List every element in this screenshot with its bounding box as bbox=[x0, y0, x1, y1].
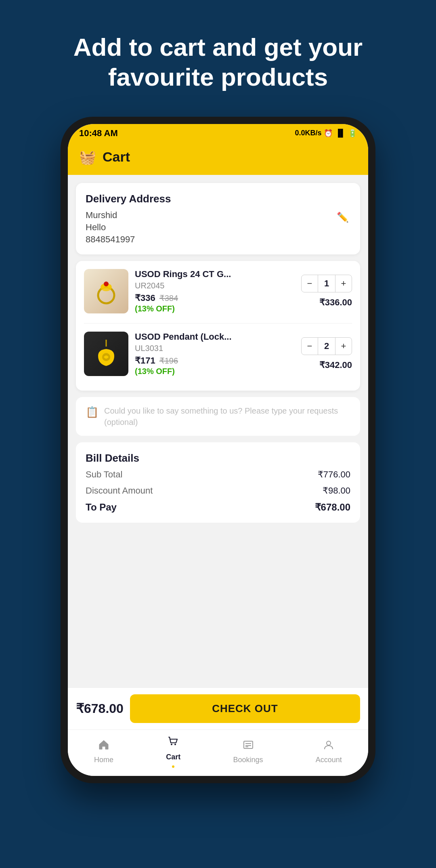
product-info-1: USOD Rings 24 CT G... UR2045 ₹336 ₹384 (… bbox=[135, 269, 295, 313]
svg-point-7 bbox=[171, 744, 172, 745]
discount-value: ₹98.00 bbox=[323, 485, 350, 496]
hero-text: Add to cart and get your favourite produ… bbox=[0, 32, 436, 92]
bookings-icon bbox=[243, 739, 254, 753]
clipboard-icon: 📋 bbox=[86, 406, 99, 418]
address-details: Murshid Hello 8848541997 bbox=[86, 210, 335, 245]
header-title: Cart bbox=[103, 149, 130, 165]
price-current-2: ₹171 bbox=[135, 355, 155, 366]
item-total-1: ₹336.00 bbox=[319, 297, 352, 308]
address-name: Murshid bbox=[86, 210, 335, 221]
qty-increase-1[interactable]: + bbox=[335, 275, 352, 292]
product-price-row-1: ₹336 ₹384 bbox=[135, 293, 295, 303]
delivery-address-title: Delivery Address bbox=[86, 193, 350, 205]
product-name-1: USOD Rings 24 CT G... bbox=[135, 269, 295, 280]
edit-address-button[interactable]: ✏️ bbox=[335, 210, 350, 225]
product-image-ring bbox=[84, 269, 128, 313]
cart-icon bbox=[167, 736, 179, 750]
notes-card[interactable]: 📋 Could you like to say something to us?… bbox=[76, 397, 360, 436]
delivery-address-inner: Murshid Hello 8848541997 ✏️ bbox=[86, 210, 350, 245]
product-sku-1: UR2045 bbox=[135, 281, 295, 290]
quantity-control-2: − 2 + bbox=[301, 337, 352, 355]
price-discount-2: (13% OFF) bbox=[135, 367, 295, 376]
svg-point-3 bbox=[101, 285, 105, 288]
nav-item-cart[interactable]: Cart bbox=[158, 736, 189, 768]
account-icon bbox=[323, 739, 334, 753]
delivery-address-card: Delivery Address Murshid Hello 884854199… bbox=[76, 183, 360, 254]
subtotal-value: ₹776.00 bbox=[318, 469, 350, 480]
bill-details-card: Bill Details Sub Total ₹776.00 Discount … bbox=[76, 442, 360, 523]
svg-point-8 bbox=[174, 744, 176, 745]
qty-increase-2[interactable]: + bbox=[335, 338, 352, 354]
discount-label: Discount Amount bbox=[86, 485, 153, 496]
price-current-1: ₹336 bbox=[135, 293, 155, 303]
nav-item-bookings[interactable]: Bookings bbox=[225, 739, 271, 764]
topay-value: ₹678.00 bbox=[315, 502, 350, 513]
app-header: 🧺 Cart bbox=[68, 142, 368, 175]
bill-title: Bill Details bbox=[86, 452, 350, 464]
bill-subtotal-row: Sub Total ₹776.00 bbox=[86, 469, 350, 480]
svg-rect-9 bbox=[244, 741, 253, 748]
nav-label-cart: Cart bbox=[166, 753, 180, 761]
status-icons: 0.0KB/s ⏰ ▐▌ 🔋 bbox=[295, 129, 357, 138]
checkout-button[interactable]: CHECK OUT bbox=[130, 694, 360, 723]
battery-icon: 🔋 bbox=[348, 129, 357, 138]
product-sku-2: UL3031 bbox=[135, 344, 295, 353]
product-info-2: USOD Pendant (Lock... UL3031 ₹171 ₹196 (… bbox=[135, 332, 295, 376]
notes-placeholder: Could you like to say something to us? P… bbox=[104, 405, 350, 428]
topay-label: To Pay bbox=[86, 502, 117, 513]
qty-value-2: 2 bbox=[318, 338, 335, 355]
address-line: Hello bbox=[86, 222, 335, 233]
nav-item-account[interactable]: Account bbox=[308, 739, 350, 764]
bill-discount-row: Discount Amount ₹98.00 bbox=[86, 485, 350, 496]
product-price-row-2: ₹171 ₹196 bbox=[135, 355, 295, 366]
status-bar: 10:48 AM 0.0KB/s ⏰ ▐▌ 🔋 bbox=[68, 124, 368, 142]
clock-icon: ⏰ bbox=[324, 129, 333, 138]
nav-active-indicator bbox=[172, 765, 174, 768]
product-right-2: − 2 + ₹342.00 bbox=[301, 337, 352, 370]
network-speed: 0.0KB/s bbox=[295, 129, 321, 137]
product-name-2: USOD Pendant (Lock... bbox=[135, 332, 295, 342]
nav-label-bookings: Bookings bbox=[233, 756, 263, 764]
bottom-total-price: ₹678.00 bbox=[76, 701, 124, 716]
bill-total-row: To Pay ₹678.00 bbox=[86, 502, 350, 513]
svg-point-13 bbox=[327, 741, 331, 745]
bottom-bar: ₹678.00 CHECK OUT bbox=[68, 687, 368, 729]
svg-point-4 bbox=[108, 285, 111, 288]
home-icon bbox=[98, 739, 109, 753]
price-discount-1: (13% OFF) bbox=[135, 304, 295, 313]
phone-inner: 10:48 AM 0.0KB/s ⏰ ▐▌ 🔋 🧺 Cart Delivery … bbox=[68, 124, 368, 776]
main-content: Delivery Address Murshid Hello 884854199… bbox=[68, 175, 368, 687]
svg-point-2 bbox=[104, 282, 109, 286]
quantity-control-1: − 1 + bbox=[301, 275, 352, 292]
product-item: USOD Rings 24 CT G... UR2045 ₹336 ₹384 (… bbox=[76, 261, 360, 322]
nav-item-home[interactable]: Home bbox=[86, 739, 122, 764]
item-total-2: ₹342.00 bbox=[319, 360, 352, 370]
price-original-2: ₹196 bbox=[159, 356, 178, 366]
address-phone: 8848541997 bbox=[86, 234, 335, 245]
cart-basket-icon: 🧺 bbox=[79, 149, 96, 165]
bottom-nav: Home Cart bbox=[68, 729, 368, 776]
nav-label-account: Account bbox=[316, 756, 342, 764]
product-right-1: − 1 + ₹336.00 bbox=[301, 275, 352, 308]
price-original-1: ₹384 bbox=[159, 293, 178, 303]
subtotal-label: Sub Total bbox=[86, 469, 122, 480]
product-item-2: USOD Pendant (Lock... UL3031 ₹171 ₹196 (… bbox=[76, 324, 360, 384]
qty-decrease-1[interactable]: − bbox=[302, 275, 318, 292]
nav-label-home: Home bbox=[94, 756, 113, 764]
sim-icon: ▐▌ bbox=[335, 129, 346, 137]
qty-decrease-2[interactable]: − bbox=[302, 338, 318, 354]
qty-value-1: 1 bbox=[318, 275, 335, 292]
phone-frame: 10:48 AM 0.0KB/s ⏰ ▐▌ 🔋 🧺 Cart Delivery … bbox=[61, 117, 375, 783]
status-time: 10:48 AM bbox=[79, 128, 118, 139]
products-list: USOD Rings 24 CT G... UR2045 ₹336 ₹384 (… bbox=[76, 261, 360, 391]
product-image-pendant bbox=[84, 332, 128, 376]
